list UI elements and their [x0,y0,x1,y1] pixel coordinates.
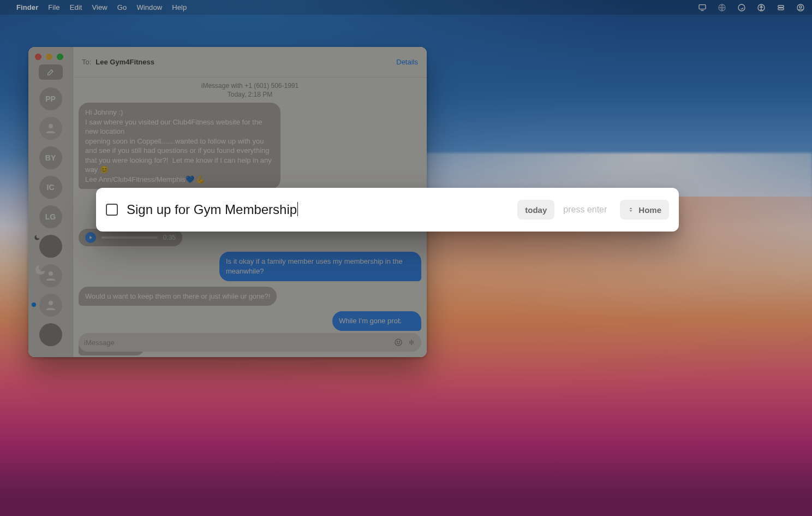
conversation-avatar[interactable]: PP [39,87,62,110]
quick-add-popover: Sign up for Gym Membership today press e… [96,188,679,232]
svg-point-2 [738,4,745,11]
svg-point-10 [49,271,53,276]
conversation-avatar[interactable] [39,294,62,317]
task-checkbox[interactable] [106,204,118,216]
control-center-icon[interactable] [776,3,786,13]
dnd-moon-icon [34,263,40,270]
list-chip[interactable]: Home [620,200,669,220]
svg-point-9 [49,124,53,128]
conversation-avatar[interactable]: IC [39,176,62,199]
voice-track[interactable] [101,236,158,239]
desktop: Finder File Edit View Go Window Help [0,0,812,516]
sort-icon [628,206,634,213]
message-text: Hi Johnny :) I saw where you visited our… [85,108,273,183]
conversation-list: PP BY IC LG [28,85,73,352]
imessage-timestamp: Today, 2:18 PM [73,91,427,103]
svg-rect-5 [778,5,784,7]
menubar-item-file[interactable]: File [48,3,59,11]
compose-button[interactable] [39,64,63,80]
screen-mirroring-icon[interactable] [697,3,707,13]
scroll-to-latest-button[interactable] [401,312,416,328]
minimize-window-button[interactable] [46,54,52,60]
menubar-item-window[interactable]: Window [136,3,162,11]
accessibility-icon[interactable] [756,3,766,13]
task-title-text: Sign up for Gym Membership [127,202,297,217]
voice-record-icon[interactable] [407,338,416,347]
emoji-icon[interactable] [394,338,403,347]
conversation-avatar[interactable] [39,264,62,287]
to-label: To: [82,58,91,66]
conversation-avatar[interactable] [39,117,62,140]
avatar-initials: IC [47,183,55,192]
voice-duration: 0:35 [163,234,176,241]
window-controls [28,54,63,60]
svg-point-11 [49,301,53,305]
menubar-app-name[interactable]: Finder [16,3,38,11]
avatar-initials: BY [45,153,56,162]
avatar-initials: LG [45,212,56,221]
svg-point-4 [761,5,762,7]
message-text: Is it okay if a family member uses my me… [226,257,403,275]
date-chip-label: today [525,205,547,215]
svg-point-13 [397,341,397,342]
message-text: Would u want to keep them on there or ju… [85,292,270,300]
svg-point-12 [395,339,402,346]
message-bubble-outgoing[interactable]: Is it okay if a family member uses my me… [219,252,421,281]
message-input-placeholder: iMessage [84,339,390,347]
list-chip-label: Home [638,205,661,215]
svg-point-14 [399,341,399,342]
unread-dot-icon [32,303,36,307]
menubar-item-go[interactable]: Go [117,3,127,11]
message-bubble-incoming[interactable]: Hi Johnny :) I saw where you visited our… [79,103,280,189]
enter-hint: press enter [563,205,611,215]
conversation-avatar[interactable]: LG [39,205,62,228]
menubar-item-edit[interactable]: Edit [70,3,82,11]
do-not-disturb-icon[interactable] [737,3,747,13]
conversation-avatar[interactable] [39,235,62,258]
menubar-item-help[interactable]: Help [172,3,187,11]
conversation-avatar[interactable]: BY [39,146,62,169]
conversation-avatar[interactable] [39,323,62,346]
macos-menubar: Finder File Edit View Go Window Help [0,0,812,15]
text-caret [297,202,298,216]
imessage-with-label: iMessage with +1 (601) 506-1991 [73,78,427,91]
close-window-button[interactable] [35,54,41,60]
message-bubble-incoming[interactable]: Would u want to keep them on there or ju… [79,287,277,306]
svg-rect-0 [699,4,706,9]
conversation-header: To: Lee Gym4Fitness Details [73,47,427,78]
task-title-input[interactable]: Sign up for Gym Membership [127,202,509,217]
user-icon[interactable] [796,3,805,13]
play-icon[interactable] [85,232,96,243]
date-chip[interactable]: today [517,200,554,220]
details-button[interactable]: Details [396,58,418,66]
fullscreen-window-button[interactable] [57,54,63,60]
globe-icon[interactable] [717,3,727,13]
to-contact-name[interactable]: Lee Gym4Fitness [95,58,154,66]
svg-point-8 [799,5,802,8]
svg-rect-6 [778,8,784,9]
dnd-moon-icon [34,234,40,240]
voice-message[interactable]: 0:35 [79,229,182,246]
message-input-bar[interactable]: iMessage [79,333,421,352]
messages-sidebar: PP BY IC LG [28,47,73,357]
avatar-initials: PP [45,94,56,103]
menubar-item-view[interactable]: View [92,3,108,11]
